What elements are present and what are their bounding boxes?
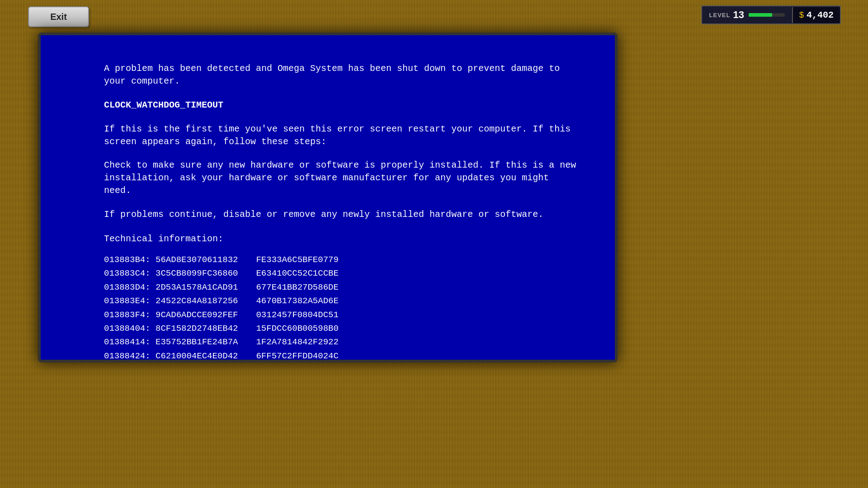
monitor: A problem has been detected and Omega Sy… bbox=[38, 33, 618, 362]
hud-panel: LEVEL 13 $ 4,402 bbox=[701, 5, 841, 24]
money-section: $ 4,402 bbox=[792, 7, 840, 23]
restart-message: If this is the first time you've seen th… bbox=[104, 123, 579, 148]
level-section: LEVEL 13 bbox=[702, 6, 792, 23]
hex-row: 013883F4: 9CAD6ADCCE092FEF0312457F0804DC… bbox=[104, 308, 579, 322]
level-number: 13 bbox=[733, 9, 744, 21]
hex-table: 013883B4: 56AD8E3070611832FE333A6C5BFE07… bbox=[104, 253, 579, 360]
hex-row: 01388414: E35752BB1FE24B7A1F2A7814842F29… bbox=[104, 335, 579, 349]
level-label: LEVEL bbox=[709, 12, 731, 19]
bsod-screen: A problem has been detected and Omega Sy… bbox=[41, 35, 615, 360]
hex-row: 013883E4: 24522C84A81872564670B17382A5AD… bbox=[104, 294, 579, 308]
tech-info-label: Technical information: bbox=[104, 232, 579, 246]
hex-row: 013883D4: 2D53A1578A1CAD91677E41BB27D586… bbox=[104, 281, 579, 294]
hex-row: 013883C4: 3C5CB8099FC36860E63410CC52C1CC… bbox=[104, 267, 579, 280]
money-amount: 4,402 bbox=[807, 10, 834, 20]
hex-row: 01388424: C6210004EC4E0D426FF57C2FFDD402… bbox=[104, 349, 579, 360]
error-title: A problem has been detected and Omega Sy… bbox=[104, 62, 579, 88]
error-code: CLOCK_WATCHDOG_TIMEOUT bbox=[104, 99, 579, 112]
money-icon: $ bbox=[799, 10, 804, 20]
hex-row: 01388404: 8CF1582D2748EB4215FDCC60B00598… bbox=[104, 322, 579, 335]
xp-bar-fill bbox=[749, 13, 772, 17]
problems-message: If problems continue, disable or remove … bbox=[104, 208, 579, 221]
xp-bar bbox=[749, 13, 785, 17]
hex-row: 013883B4: 56AD8E3070611832FE333A6C5BFE07… bbox=[104, 253, 579, 267]
exit-button[interactable]: Exit bbox=[28, 6, 89, 27]
check-message: Check to make sure any new hardware or s… bbox=[104, 159, 579, 197]
